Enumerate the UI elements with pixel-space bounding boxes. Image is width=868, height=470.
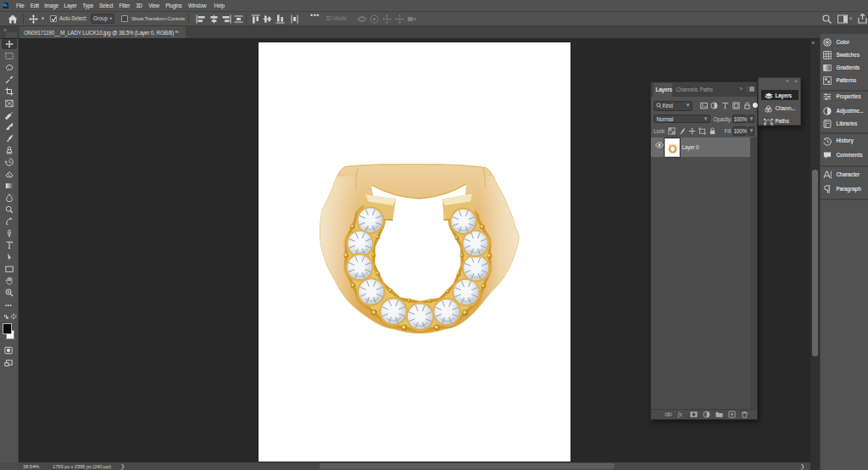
svg-text:fx: fx [677,411,682,418]
